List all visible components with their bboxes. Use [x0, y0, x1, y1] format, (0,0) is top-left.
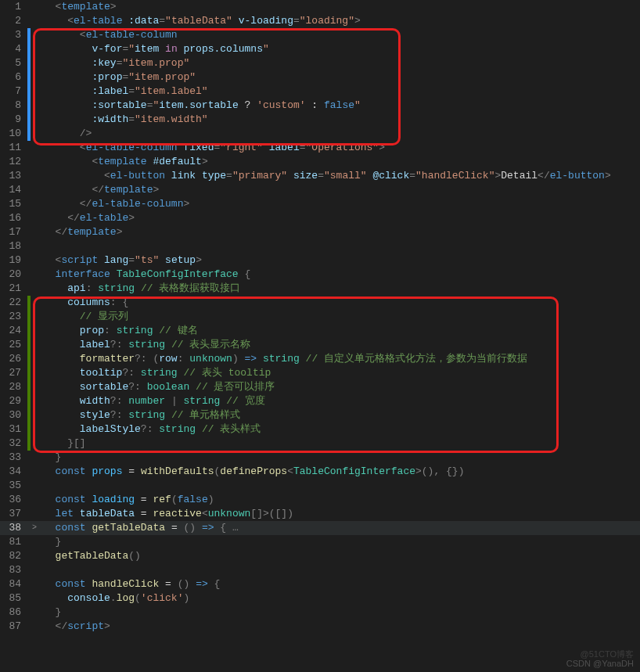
code-line[interactable]: 2 <el-table :data="tableData" v-loading=… [0, 14, 640, 28]
code-content[interactable]: <template> [38, 0, 117, 14]
code-line[interactable]: 3 <el-table-column [0, 28, 640, 42]
code-content[interactable]: :width="item.width" [38, 113, 208, 127]
code-line[interactable]: 25 label?: string // 表头显示名称 [0, 338, 640, 352]
code-content[interactable]: const loading = ref(false) [38, 493, 214, 507]
fold-toggle [31, 465, 38, 479]
code-content[interactable]: style?: string // 单元格样式 [38, 408, 240, 422]
code-content[interactable]: </script> [38, 620, 110, 634]
code-content[interactable]: // 显示列 [38, 310, 128, 324]
code-line[interactable]: 24 prop: string // 键名 [0, 324, 640, 338]
code-content[interactable]: </el-table-column> [38, 197, 189, 211]
code-content[interactable]: <script lang="ts" setup> [38, 253, 202, 268]
line-number: 7 [0, 84, 27, 99]
code-content[interactable]: :prop="item.prop" [38, 70, 196, 84]
code-content[interactable]: label?: string // 表头显示名称 [38, 338, 250, 352]
code-line[interactable]: 7 :label="item.label" [0, 84, 640, 99]
code-line[interactable]: 27 tooltip?: string // 表头 tooltip [0, 366, 640, 380]
code-line[interactable]: 83 [0, 563, 640, 577]
code-line[interactable]: 35 [0, 479, 640, 493]
code-line[interactable]: 18 [0, 239, 640, 253]
code-content[interactable] [38, 239, 43, 253]
code-content[interactable]: let tableData = reactive<unknown[]>([]) [38, 507, 293, 521]
code-line[interactable]: 81 } [0, 535, 640, 549]
code-content[interactable] [38, 479, 43, 493]
code-line[interactable]: 8 :sortable="item.sortable ? 'custom' : … [0, 99, 640, 113]
code-line[interactable]: 34 const props = withDefaults(defineProp… [0, 465, 640, 479]
code-content[interactable]: labelStyle?: string // 表头样式 [38, 422, 261, 437]
code-content[interactable]: prop: string // 键名 [38, 324, 198, 338]
code-content[interactable]: tooltip?: string // 表头 tooltip [38, 366, 271, 380]
code-content[interactable]: :sortable="item.sortable ? 'custom' : fa… [38, 99, 361, 113]
code-line[interactable]: 82 getTableData() [0, 549, 640, 563]
code-line[interactable]: 5 :key="item.prop" [0, 56, 640, 70]
code-line[interactable]: 29 width?: number | string // 宽度 [0, 394, 640, 408]
code-content[interactable]: const handleClick = () => { [38, 577, 220, 591]
line-number: 31 [0, 422, 27, 437]
code-content[interactable]: sortable?: boolean // 是否可以排序 [38, 380, 275, 394]
code-content[interactable]: formatter?: (row: unknown) => string // … [38, 352, 527, 366]
code-line[interactable]: 21 api: string // 表格数据获取接口 [0, 282, 640, 296]
code-line[interactable]: 16 </el-table> [0, 211, 640, 225]
fold-toggle [31, 14, 38, 28]
code-line[interactable]: 38> const getTableData = () => { … [0, 521, 640, 535]
code-line[interactable]: 12 <template #default> [0, 155, 640, 169]
code-content[interactable]: interface TableConfigInterface { [38, 268, 250, 282]
code-content[interactable] [38, 563, 43, 577]
code-line[interactable]: 10 /> [0, 127, 640, 141]
code-content[interactable]: :label="item.label" [38, 84, 208, 99]
code-content[interactable]: /> [38, 127, 92, 141]
code-line[interactable]: 30 style?: string // 单元格样式 [0, 408, 640, 422]
code-line[interactable]: 13 <el-button link type="primary" size="… [0, 169, 640, 183]
code-content[interactable]: <el-table-column [38, 28, 178, 42]
code-line[interactable]: 22 columns: { [0, 296, 640, 310]
fold-toggle [31, 70, 38, 84]
code-line[interactable]: 15 </el-table-column> [0, 197, 640, 211]
code-content[interactable]: const props = withDefaults(defineProps<T… [38, 465, 464, 479]
code-content[interactable]: }[] [38, 437, 86, 451]
code-line[interactable]: 19 <script lang="ts" setup> [0, 253, 640, 268]
code-content[interactable]: :key="item.prop" [38, 56, 189, 70]
code-content[interactable]: } [38, 606, 61, 620]
code-content[interactable]: </template> [38, 183, 159, 197]
code-content[interactable]: const getTableData = () => { … [38, 521, 239, 535]
code-line[interactable]: 36 const loading = ref(false) [0, 493, 640, 507]
code-content[interactable]: </el-table> [38, 211, 135, 225]
code-content[interactable]: <el-button link type="primary" size="sma… [38, 169, 611, 183]
fold-toggle[interactable]: > [31, 521, 38, 535]
code-content[interactable]: console.log('click') [38, 591, 189, 606]
line-number: 29 [0, 394, 27, 408]
code-line[interactable]: 37 let tableData = reactive<unknown[]>([… [0, 507, 640, 521]
code-line[interactable]: 4 v-for="item in props.columns" [0, 42, 640, 56]
code-line[interactable]: 31 labelStyle?: string // 表头样式 [0, 422, 640, 437]
code-line[interactable]: 6 :prop="item.prop" [0, 70, 640, 84]
code-content[interactable]: v-for="item in props.columns" [38, 42, 269, 56]
code-line[interactable]: 87 </script> [0, 620, 640, 634]
code-line[interactable]: 17 </template> [0, 225, 640, 239]
code-lines[interactable]: 1 <template>2 <el-table :data="tableData… [0, 0, 640, 634]
code-line[interactable]: 1 <template> [0, 0, 640, 14]
code-content[interactable]: </template> [38, 225, 122, 239]
code-content[interactable]: <template #default> [38, 155, 208, 169]
code-content[interactable]: <el-table :data="tableData" v-loading="l… [38, 14, 361, 28]
code-line[interactable]: 84 const handleClick = () => { [0, 577, 640, 591]
code-content[interactable]: columns: { [38, 296, 128, 310]
code-line[interactable]: 14 </template> [0, 183, 640, 197]
code-content[interactable]: width?: number | string // 宽度 [38, 394, 265, 408]
code-content[interactable]: <el-table-column fixed="right" label="Op… [38, 141, 385, 155]
code-content[interactable]: api: string // 表格数据获取接口 [38, 282, 240, 296]
code-line[interactable]: 20 interface TableConfigInterface { [0, 268, 640, 282]
code-line[interactable]: 85 console.log('click') [0, 591, 640, 606]
line-number: 18 [0, 239, 27, 253]
code-line[interactable]: 32 }[] [0, 437, 640, 451]
code-line[interactable]: 86 } [0, 606, 640, 620]
code-content[interactable]: } [38, 451, 61, 465]
code-content[interactable]: } [38, 535, 61, 549]
code-line[interactable]: 28 sortable?: boolean // 是否可以排序 [0, 380, 640, 394]
code-line[interactable]: 26 formatter?: (row: unknown) => string … [0, 352, 640, 366]
code-line[interactable]: 33 } [0, 451, 640, 465]
code-line[interactable]: 11 <el-table-column fixed="right" label=… [0, 141, 640, 155]
code-content[interactable]: getTableData() [38, 549, 141, 563]
code-line[interactable]: 23 // 显示列 [0, 310, 640, 324]
code-editor[interactable]: { "lines": [ {"n":"1","marker":"","fold"… [0, 0, 640, 672]
code-line[interactable]: 9 :width="item.width" [0, 113, 640, 127]
